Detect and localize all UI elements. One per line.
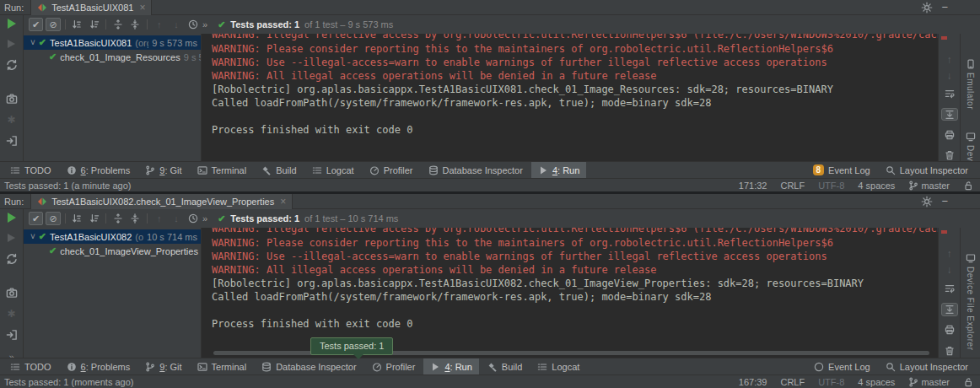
tree-row-test[interactable]: ✔ check_01_Image_Resources 9 s 573 ms bbox=[24, 50, 201, 64]
toggle-auto-test-icon[interactable] bbox=[6, 59, 18, 71]
console-line: Process finished with exit code 0 bbox=[212, 317, 938, 331]
tab-terminal[interactable]: Terminal bbox=[191, 162, 254, 179]
tab-profiler[interactable]: Profiler bbox=[363, 162, 420, 179]
tab-git[interactable]: 9: Git bbox=[138, 162, 188, 179]
hide-window-icon[interactable]: − bbox=[941, 195, 948, 207]
scroll-to-end-icon[interactable] bbox=[941, 303, 958, 316]
file-encoding[interactable]: UTF-8 bbox=[818, 181, 844, 191]
previous-occurrence-icon[interactable]: ↑ bbox=[152, 212, 166, 225]
sort-by-duration-icon[interactable] bbox=[87, 18, 101, 31]
up-stack-trace-icon[interactable]: ↑ bbox=[947, 56, 952, 64]
down-stack-trace-icon[interactable]: ↓ bbox=[947, 266, 952, 274]
tab-database-inspector[interactable]: Database Inspector bbox=[255, 358, 363, 375]
tab-todo[interactable]: TODO bbox=[3, 162, 58, 179]
caret-position[interactable]: 171:32 bbox=[739, 181, 767, 191]
tab-terminal[interactable]: Terminal bbox=[191, 358, 254, 375]
rerun-failed-tests-button[interactable] bbox=[8, 40, 15, 48]
tab-run[interactable]: 4: Run bbox=[531, 162, 586, 179]
console-output-1[interactable]: WARNING: Illegal reflective access by or… bbox=[201, 34, 938, 161]
rerun-button[interactable] bbox=[8, 19, 16, 29]
tree-row-root[interactable]: ˅ ✔ TestA1BasicUIX082 (org.aplas.basica … bbox=[24, 229, 201, 244]
close-icon[interactable]: × bbox=[280, 196, 286, 207]
run-left-toolbar-1: ✱ » bbox=[0, 15, 24, 161]
rerun-button[interactable] bbox=[8, 213, 16, 223]
down-stack-trace-icon[interactable]: ↓ bbox=[947, 72, 952, 80]
layout-inspector-button[interactable]: Layout Inspector bbox=[886, 362, 968, 372]
import-tests-icon[interactable] bbox=[6, 329, 18, 341]
previous-occurrence-icon[interactable]: ↑ bbox=[152, 18, 166, 31]
show-ignored-toggle[interactable]: ⊘ bbox=[46, 212, 60, 225]
tab-build[interactable]: Build bbox=[255, 162, 303, 179]
tab-problems[interactable]: 6: Problems bbox=[60, 162, 137, 179]
settings-gear-icon[interactable] bbox=[921, 2, 933, 13]
stripe-button-device-file-explorer[interactable]: Device File Explorer bbox=[966, 253, 976, 350]
rerun-failed-tests-button[interactable] bbox=[8, 234, 15, 242]
tab-build[interactable]: Build bbox=[481, 358, 529, 375]
tree-row-root[interactable]: ˅ ✔ TestA1BasicUIX081 (org.aplas.basica … bbox=[24, 35, 201, 50]
toggle-auto-test-icon[interactable] bbox=[6, 253, 18, 265]
settings-gear-icon[interactable] bbox=[921, 196, 933, 207]
clear-all-trash-icon[interactable] bbox=[941, 344, 958, 358]
show-ignored-toggle[interactable]: ⊘ bbox=[46, 18, 60, 31]
event-log-button[interactable]: 8Event Log bbox=[813, 164, 870, 175]
print-icon[interactable] bbox=[941, 324, 958, 337]
soft-wrap-icon[interactable] bbox=[941, 282, 958, 295]
tab-git[interactable]: 9: Git bbox=[138, 358, 188, 375]
collapse-caret-icon[interactable]: ˅ bbox=[30, 232, 35, 241]
run-tool-window-1: Run: TestA1BasicUIX081 × − ✱ » ✔ ⊘ bbox=[0, 0, 980, 194]
tab-database-inspector[interactable]: Database Inspector bbox=[422, 162, 530, 179]
tab-run[interactable]: 4: Run bbox=[423, 358, 478, 375]
next-occurrence-icon[interactable]: ↓ bbox=[169, 212, 183, 225]
tab-todo[interactable]: TODO bbox=[3, 358, 58, 375]
run-tab-testa1basicuix082[interactable]: TestA1BasicUIX082.check_01_ImageView_Pro… bbox=[30, 194, 293, 209]
screenshot-camera-icon[interactable] bbox=[6, 93, 18, 105]
print-icon[interactable] bbox=[941, 128, 958, 141]
caret-position[interactable]: 167:39 bbox=[739, 377, 767, 387]
import-tests-icon[interactable] bbox=[6, 135, 18, 147]
sort-by-duration-icon[interactable] bbox=[87, 212, 101, 225]
collapse-all-icon[interactable] bbox=[128, 18, 143, 31]
layout-inspector-button[interactable]: Layout Inspector bbox=[886, 165, 968, 175]
run-tab-testa1basicuix081[interactable]: TestA1BasicUIX081 × bbox=[30, 0, 152, 15]
up-stack-trace-icon[interactable]: ↑ bbox=[947, 250, 952, 258]
soft-wrap-icon[interactable] bbox=[941, 88, 958, 100]
sort-alphabetically-icon[interactable] bbox=[70, 212, 84, 225]
console-line: [Robolectric] org.aplas.basicappx.TestA1… bbox=[212, 83, 938, 96]
next-occurrence-icon[interactable]: ↓ bbox=[169, 18, 183, 31]
record-icon[interactable]: ✱ bbox=[7, 310, 15, 318]
screenshot-camera-icon[interactable] bbox=[6, 287, 18, 299]
scroll-to-end-icon[interactable] bbox=[941, 108, 958, 121]
git-branch-widget[interactable]: master bbox=[908, 377, 950, 387]
tab-profiler[interactable]: Profiler bbox=[365, 358, 423, 375]
show-passed-toggle[interactable]: ✔ bbox=[29, 18, 43, 31]
sort-alphabetically-icon[interactable] bbox=[70, 18, 84, 31]
tree-row-test[interactable]: ✔ check_01_ImageView_Properties 10 s 714… bbox=[24, 244, 201, 258]
indent-setting[interactable]: 4 spaces bbox=[858, 377, 895, 387]
hide-window-icon[interactable]: − bbox=[941, 1, 948, 13]
event-log-button[interactable]: Event Log bbox=[814, 362, 870, 372]
line-separator[interactable]: CRLF bbox=[780, 181, 805, 191]
tab-problems[interactable]: 6: Problems bbox=[60, 358, 137, 375]
expand-all-icon[interactable] bbox=[110, 212, 125, 225]
clear-all-trash-icon[interactable] bbox=[941, 148, 958, 161]
expand-all-icon[interactable] bbox=[110, 18, 125, 31]
lock-icon[interactable] bbox=[963, 181, 973, 191]
tab-logcat[interactable]: Logcat bbox=[305, 162, 361, 179]
collapse-caret-icon[interactable]: ˅ bbox=[30, 38, 35, 47]
git-branch-widget[interactable]: master bbox=[908, 181, 950, 191]
show-passed-toggle[interactable]: ✔ bbox=[29, 212, 43, 225]
record-icon[interactable]: ✱ bbox=[7, 116, 15, 124]
close-icon[interactable]: × bbox=[139, 2, 145, 13]
collapse-all-icon[interactable] bbox=[128, 212, 143, 225]
tab-logcat[interactable]: Logcat bbox=[530, 358, 586, 375]
test-history-icon[interactable] bbox=[186, 18, 201, 31]
line-separator[interactable]: CRLF bbox=[780, 377, 805, 387]
indent-setting[interactable]: 4 spaces bbox=[858, 181, 895, 191]
stripe-button-emulator[interactable]: Emulator bbox=[966, 59, 976, 110]
test-history-icon[interactable] bbox=[186, 212, 201, 225]
file-encoding[interactable]: UTF-8 bbox=[818, 377, 844, 387]
status-bar-2: Tests passed: 1 (moments ago) 167:39 CRL… bbox=[0, 375, 980, 388]
right-tool-stripe-2: Device File Explorer Emulator bbox=[960, 228, 980, 358]
lock-icon[interactable] bbox=[963, 377, 973, 387]
test-passed-icon: ✔ bbox=[49, 51, 57, 62]
